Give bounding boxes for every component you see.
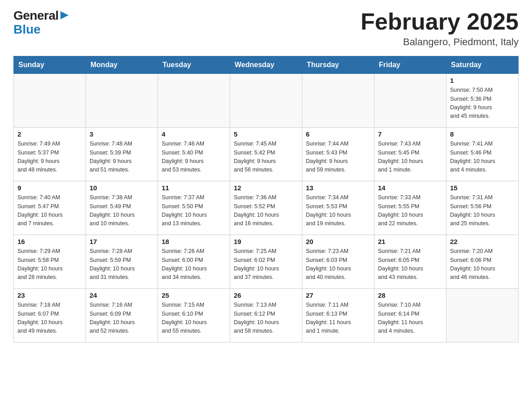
day-info: Sunrise: 7:41 AM Sunset: 5:46 PM Dayligh… xyxy=(450,140,515,175)
day-info: Sunrise: 7:26 AM Sunset: 6:00 PM Dayligh… xyxy=(162,247,226,282)
svg-marker-0 xyxy=(60,11,69,19)
day-info: Sunrise: 7:25 AM Sunset: 6:02 PM Dayligh… xyxy=(234,247,298,282)
day-info: Sunrise: 7:21 AM Sunset: 6:05 PM Dayligh… xyxy=(378,247,442,282)
day-number: 2 xyxy=(17,130,82,138)
weekday-header-friday: Friday xyxy=(374,56,446,74)
day-info: Sunrise: 7:46 AM Sunset: 5:40 PM Dayligh… xyxy=(162,140,226,175)
day-number: 4 xyxy=(162,130,226,138)
calendar-cell: 14Sunrise: 7:33 AM Sunset: 5:55 PM Dayli… xyxy=(374,181,446,235)
day-info: Sunrise: 7:37 AM Sunset: 5:50 PM Dayligh… xyxy=(162,193,226,228)
calendar-cell xyxy=(230,74,302,128)
day-info: Sunrise: 7:38 AM Sunset: 5:49 PM Dayligh… xyxy=(90,193,154,228)
calendar-cell: 27Sunrise: 7:11 AM Sunset: 6:13 PM Dayli… xyxy=(302,289,374,342)
calendar-week-row: 1Sunrise: 7:50 AM Sunset: 5:36 PM Daylig… xyxy=(14,74,519,128)
calendar-cell: 24Sunrise: 7:16 AM Sunset: 6:09 PM Dayli… xyxy=(86,289,158,342)
day-number: 13 xyxy=(306,184,370,192)
calendar-cell: 7Sunrise: 7:43 AM Sunset: 5:45 PM Daylig… xyxy=(374,128,446,181)
day-info: Sunrise: 7:10 AM Sunset: 6:14 PM Dayligh… xyxy=(378,301,442,336)
day-info: Sunrise: 7:13 AM Sunset: 6:12 PM Dayligh… xyxy=(234,301,298,336)
day-info: Sunrise: 7:11 AM Sunset: 6:13 PM Dayligh… xyxy=(306,301,370,336)
calendar-cell: 11Sunrise: 7:37 AM Sunset: 5:50 PM Dayli… xyxy=(158,181,230,235)
calendar-cell: 25Sunrise: 7:15 AM Sunset: 6:10 PM Dayli… xyxy=(158,289,230,342)
calendar-cell: 19Sunrise: 7:25 AM Sunset: 6:02 PM Dayli… xyxy=(230,235,302,289)
weekday-header-saturday: Saturday xyxy=(446,56,519,74)
calendar-cell: 1Sunrise: 7:50 AM Sunset: 5:36 PM Daylig… xyxy=(446,74,519,128)
day-number: 22 xyxy=(450,238,515,245)
day-number: 26 xyxy=(234,291,298,299)
calendar-cell: 6Sunrise: 7:44 AM Sunset: 5:43 PM Daylig… xyxy=(302,128,374,181)
day-info: Sunrise: 7:50 AM Sunset: 5:36 PM Dayligh… xyxy=(450,86,515,121)
calendar-cell: 4Sunrise: 7:46 AM Sunset: 5:40 PM Daylig… xyxy=(158,128,230,181)
calendar-cell: 18Sunrise: 7:26 AM Sunset: 6:00 PM Dayli… xyxy=(158,235,230,289)
calendar-cell: 9Sunrise: 7:40 AM Sunset: 5:47 PM Daylig… xyxy=(14,181,86,235)
day-info: Sunrise: 7:49 AM Sunset: 5:37 PM Dayligh… xyxy=(17,140,82,175)
calendar-cell: 26Sunrise: 7:13 AM Sunset: 6:12 PM Dayli… xyxy=(230,289,302,342)
day-info: Sunrise: 7:23 AM Sunset: 6:03 PM Dayligh… xyxy=(306,247,370,282)
day-number: 5 xyxy=(234,130,298,138)
day-number: 18 xyxy=(162,238,226,245)
calendar-cell: 20Sunrise: 7:23 AM Sunset: 6:03 PM Dayli… xyxy=(302,235,374,289)
calendar-cell: 21Sunrise: 7:21 AM Sunset: 6:05 PM Dayli… xyxy=(374,235,446,289)
day-number: 10 xyxy=(90,184,154,192)
calendar-cell xyxy=(86,74,158,128)
day-number: 6 xyxy=(306,130,370,138)
month-title: February 2025 xyxy=(360,9,519,34)
day-info: Sunrise: 7:43 AM Sunset: 5:45 PM Dayligh… xyxy=(378,140,442,175)
calendar-week-row: 16Sunrise: 7:29 AM Sunset: 5:58 PM Dayli… xyxy=(14,235,519,289)
calendar-cell: 13Sunrise: 7:34 AM Sunset: 5:53 PM Dayli… xyxy=(302,181,374,235)
day-number: 12 xyxy=(234,184,298,192)
day-info: Sunrise: 7:44 AM Sunset: 5:43 PM Dayligh… xyxy=(306,140,370,175)
calendar-cell: 15Sunrise: 7:31 AM Sunset: 5:56 PM Dayli… xyxy=(446,181,519,235)
logo-general-text: General xyxy=(13,9,59,23)
day-number: 14 xyxy=(378,184,442,192)
day-number: 9 xyxy=(17,184,82,192)
day-number: 1 xyxy=(450,77,515,84)
calendar-week-row: 23Sunrise: 7:18 AM Sunset: 6:07 PM Dayli… xyxy=(14,289,519,342)
day-info: Sunrise: 7:29 AM Sunset: 5:58 PM Dayligh… xyxy=(17,247,82,282)
calendar-cell: 22Sunrise: 7:20 AM Sunset: 6:06 PM Dayli… xyxy=(446,235,519,289)
weekday-header-thursday: Thursday xyxy=(302,56,374,74)
day-info: Sunrise: 7:15 AM Sunset: 6:10 PM Dayligh… xyxy=(162,301,226,336)
calendar-table: SundayMondayTuesdayWednesdayThursdayFrid… xyxy=(13,56,519,342)
weekday-header-wednesday: Wednesday xyxy=(230,56,302,74)
day-info: Sunrise: 7:33 AM Sunset: 5:55 PM Dayligh… xyxy=(378,193,442,228)
calendar-cell: 10Sunrise: 7:38 AM Sunset: 5:49 PM Dayli… xyxy=(86,181,158,235)
day-number: 16 xyxy=(17,238,82,245)
day-number: 11 xyxy=(162,184,226,192)
calendar-week-row: 9Sunrise: 7:40 AM Sunset: 5:47 PM Daylig… xyxy=(14,181,519,235)
calendar-cell xyxy=(14,74,86,128)
weekday-header-sunday: Sunday xyxy=(14,56,86,74)
day-number: 23 xyxy=(17,291,82,299)
weekday-header-tuesday: Tuesday xyxy=(158,56,230,74)
weekday-header-monday: Monday xyxy=(86,56,158,74)
day-number: 8 xyxy=(450,130,515,138)
day-info: Sunrise: 7:20 AM Sunset: 6:06 PM Dayligh… xyxy=(450,247,515,282)
day-number: 19 xyxy=(234,238,298,245)
day-number: 25 xyxy=(162,291,226,299)
logo: General Blue xyxy=(13,9,70,37)
day-info: Sunrise: 7:40 AM Sunset: 5:47 PM Dayligh… xyxy=(17,193,82,228)
calendar-cell xyxy=(374,74,446,128)
day-number: 20 xyxy=(306,238,370,245)
calendar-cell: 28Sunrise: 7:10 AM Sunset: 6:14 PM Dayli… xyxy=(374,289,446,342)
day-number: 17 xyxy=(90,238,154,245)
page-header: General Blue February 2025 Balangero, Pi… xyxy=(13,9,519,48)
day-info: Sunrise: 7:18 AM Sunset: 6:07 PM Dayligh… xyxy=(17,301,82,336)
day-number: 7 xyxy=(378,130,442,138)
calendar-cell: 23Sunrise: 7:18 AM Sunset: 6:07 PM Dayli… xyxy=(14,289,86,342)
day-number: 27 xyxy=(306,291,370,299)
location: Balangero, Piedmont, Italy xyxy=(360,36,519,48)
day-number: 21 xyxy=(378,238,442,245)
day-number: 24 xyxy=(90,291,154,299)
calendar-cell: 16Sunrise: 7:29 AM Sunset: 5:58 PM Dayli… xyxy=(14,235,86,289)
calendar-cell: 5Sunrise: 7:45 AM Sunset: 5:42 PM Daylig… xyxy=(230,128,302,181)
day-number: 3 xyxy=(90,130,154,138)
logo-blue-text: Blue xyxy=(13,23,41,37)
day-info: Sunrise: 7:16 AM Sunset: 6:09 PM Dayligh… xyxy=(90,301,154,336)
logo-arrow-icon xyxy=(60,11,70,19)
day-info: Sunrise: 7:36 AM Sunset: 5:52 PM Dayligh… xyxy=(234,193,298,228)
calendar-cell: 17Sunrise: 7:28 AM Sunset: 5:59 PM Dayli… xyxy=(86,235,158,289)
weekday-header-row: SundayMondayTuesdayWednesdayThursdayFrid… xyxy=(14,56,519,74)
day-info: Sunrise: 7:31 AM Sunset: 5:56 PM Dayligh… xyxy=(450,193,515,228)
day-info: Sunrise: 7:48 AM Sunset: 5:39 PM Dayligh… xyxy=(90,140,154,175)
